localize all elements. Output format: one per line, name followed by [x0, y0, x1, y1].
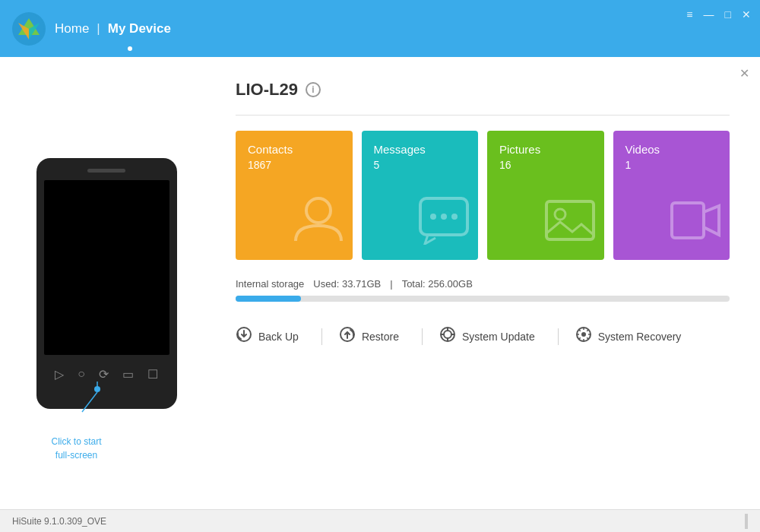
fullscreen-tooltip: Click to startfull-screen: [44, 382, 135, 462]
backup-label: Back Up: [258, 331, 299, 343]
pictures-title: Pictures: [499, 143, 592, 156]
messages-title: Messages: [374, 143, 467, 156]
svg-line-6: [82, 392, 97, 412]
system-recovery-label: System Recovery: [598, 331, 682, 343]
storage-sep: |: [390, 278, 392, 290]
phone-rotate-icon[interactable]: ⟳: [99, 367, 109, 382]
svg-point-7: [306, 198, 331, 223]
nav-separator: |: [97, 21, 100, 36]
restore-icon: [339, 326, 356, 347]
svg-point-20: [581, 332, 586, 337]
contacts-icon: [292, 192, 345, 252]
sep-3: [558, 328, 559, 345]
svg-rect-14: [672, 203, 704, 238]
action-system-recovery[interactable]: System Recovery: [575, 326, 698, 347]
card-pictures[interactable]: Pictures 16: [487, 131, 604, 260]
videos-icon: [669, 195, 722, 252]
svg-point-18: [444, 331, 451, 338]
version-label: HiSuite 9.1.0.309_OVE: [12, 516, 106, 527]
messages-count: 5: [374, 159, 467, 171]
right-panel: ✕ LIO-L29 i Contacts 1867: [213, 57, 760, 509]
svg-point-13: [555, 209, 565, 220]
phone-device: ▷ ○ ⟳ ▭ ☐: [36, 158, 177, 409]
svg-rect-12: [546, 201, 594, 239]
svg-point-11: [451, 214, 458, 220]
sep-1: [321, 328, 322, 345]
nav-device[interactable]: My Device: [108, 21, 171, 36]
restore-label: Restore: [362, 331, 399, 343]
system-update-icon: [439, 326, 456, 347]
card-videos[interactable]: Videos 1: [613, 131, 730, 260]
storage-used: Used: 33.71GB: [313, 278, 381, 290]
action-system-update[interactable]: System Update: [439, 326, 558, 347]
title-bar: Home | My Device ≡ — □ ✕: [0, 0, 760, 57]
storage-bar-fill: [236, 296, 301, 302]
storage-bar: [236, 296, 730, 302]
menu-button[interactable]: ≡: [686, 9, 692, 20]
window-controls: ≡ — □ ✕: [686, 9, 751, 20]
phone-container: ▷ ○ ⟳ ▭ ☐ Click to startfull-screen: [36, 158, 177, 409]
cards-row: Contacts 1867 Messages 5: [236, 131, 730, 260]
svg-point-9: [430, 214, 436, 220]
pictures-count: 16: [499, 159, 592, 171]
close-x-button[interactable]: ✕: [736, 65, 752, 81]
card-messages[interactable]: Messages 5: [362, 131, 479, 260]
storage-section: Internal storage Used: 33.71GB | Total: …: [236, 278, 730, 302]
videos-count: 1: [625, 159, 718, 171]
fullscreen-tooltip-text[interactable]: Click to startfull-screen: [52, 435, 102, 462]
maximize-button[interactable]: □: [725, 9, 731, 20]
divider: [236, 115, 730, 116]
action-backup[interactable]: Back Up: [236, 326, 321, 347]
phone-screenshot-icon[interactable]: ▭: [122, 367, 134, 382]
app-logo: [12, 12, 46, 46]
storage-label: Internal storage: [236, 278, 304, 290]
actions-row: Back Up Restore: [236, 318, 730, 347]
close-button[interactable]: ✕: [742, 9, 751, 20]
main-content: ▷ ○ ⟳ ▭ ☐ Click to startfull-screen: [0, 57, 760, 509]
phone-buttons: ▷ ○ ⟳ ▭ ☐: [55, 367, 158, 382]
phone-back-icon[interactable]: ▷: [55, 367, 64, 382]
svg-point-10: [441, 214, 447, 220]
status-bar: HiSuite 9.1.0.309_OVE: [0, 509, 760, 532]
nav-links: Home | My Device: [55, 21, 171, 36]
system-update-label: System Update: [462, 331, 535, 343]
action-restore[interactable]: Restore: [339, 326, 422, 347]
phone-menu-icon[interactable]: ☐: [147, 367, 158, 382]
device-name-row: LIO-L29 i: [236, 80, 730, 100]
device-name: LIO-L29: [236, 80, 298, 100]
contacts-count: 1867: [248, 159, 340, 171]
messages-icon: [417, 195, 470, 252]
card-contacts[interactable]: Contacts 1867: [236, 131, 353, 260]
storage-row: Internal storage Used: 33.71GB | Total: …: [236, 278, 730, 290]
minimize-button[interactable]: —: [704, 9, 714, 20]
sep-2: [422, 328, 423, 345]
phone-screen: [44, 180, 169, 355]
nav-dot-indicator: [128, 46, 132, 51]
backup-icon: [236, 326, 252, 347]
info-icon[interactable]: i: [306, 82, 321, 97]
status-scroll: [745, 514, 748, 529]
contacts-title: Contacts: [248, 143, 340, 156]
videos-title: Videos: [625, 143, 718, 156]
storage-total: Total: 256.00GB: [402, 278, 473, 290]
system-recovery-icon: [575, 326, 592, 347]
nav-home[interactable]: Home: [55, 21, 89, 36]
tooltip-connector-line: [44, 382, 135, 435]
pictures-icon: [543, 195, 597, 252]
phone-home-icon[interactable]: ○: [78, 367, 85, 381]
left-panel: ▷ ○ ⟳ ▭ ☐ Click to startfull-screen: [0, 57, 213, 509]
svg-point-5: [94, 386, 100, 392]
phone-speaker: [87, 169, 125, 173]
